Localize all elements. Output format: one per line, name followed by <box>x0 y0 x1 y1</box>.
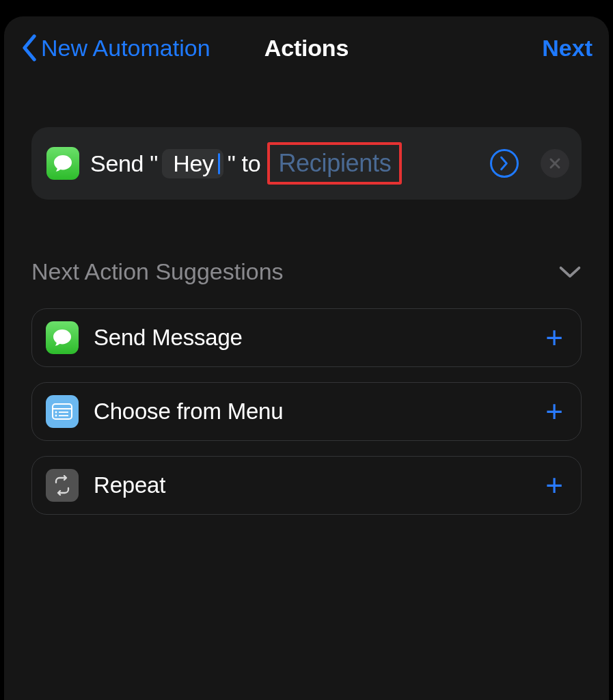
back-label: New Automation <box>41 35 210 62</box>
plus-icon: + <box>545 323 563 353</box>
close-icon <box>549 157 561 170</box>
chevron-left-icon <box>21 34 38 62</box>
repeat-app-icon <box>46 469 79 502</box>
text-cursor <box>218 153 220 174</box>
messages-app-icon <box>46 321 79 354</box>
suggestion-repeat[interactable]: Repeat + <box>31 456 582 515</box>
suggestion-label: Choose from Menu <box>94 399 530 425</box>
recipients-placeholder[interactable]: Recipients <box>278 149 391 177</box>
suggestion-label: Repeat <box>94 472 530 498</box>
action-prefix-text: Send " <box>90 150 158 177</box>
suggestions-header[interactable]: Next Action Suggestions <box>31 258 582 285</box>
action-mid-text: " to <box>228 150 261 177</box>
expand-action-button[interactable] <box>490 149 519 178</box>
suggestions-title: Next Action Suggestions <box>31 258 284 285</box>
suggestion-label: Send Message <box>94 325 530 351</box>
send-message-action-card[interactable]: Send " Hey " to Recipients <box>31 127 582 200</box>
svg-point-2 <box>55 412 57 414</box>
menu-app-icon <box>46 395 79 428</box>
automation-sheet: New Automation Actions Next Send " Hey "… <box>4 16 609 700</box>
delete-action-button[interactable] <box>541 149 569 178</box>
suggestion-choose-from-menu[interactable]: Choose from Menu + <box>31 382 582 441</box>
content-area: Send " Hey " to Recipients Next Action S… <box>4 127 609 515</box>
suggestion-send-message[interactable]: Send Message + <box>31 308 582 367</box>
navigation-bar: New Automation Actions Next <box>4 16 609 79</box>
back-button[interactable]: New Automation <box>21 34 210 62</box>
next-button[interactable]: Next <box>542 35 592 62</box>
chevron-down-icon <box>558 265 582 280</box>
recipients-highlight-box: Recipients <box>267 142 402 185</box>
action-sentence: Send " Hey " to Recipients <box>90 142 467 185</box>
messages-app-icon <box>46 147 79 180</box>
plus-icon: + <box>545 396 563 427</box>
message-input-chip[interactable]: Hey <box>162 149 223 178</box>
chevron-right-icon <box>499 156 510 171</box>
plus-icon: + <box>545 470 563 500</box>
svg-point-3 <box>55 415 57 417</box>
message-value: Hey <box>173 150 214 177</box>
suggestion-list: Send Message + Choose from Menu + Repeat… <box>31 308 582 515</box>
